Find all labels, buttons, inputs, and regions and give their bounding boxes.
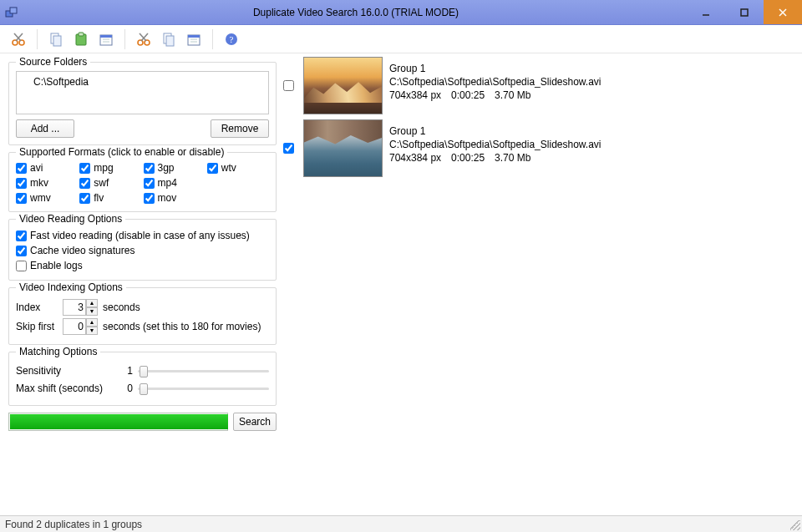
format-label: avi — [30, 162, 43, 174]
result-size: 3.70 Mb — [495, 152, 530, 164]
formats-group: Supported Formats (click to enable or di… — [8, 152, 277, 212]
result-stats: 704x384 px0:00:253.70 Mb — [389, 89, 602, 102]
copy-all-icon[interactable] — [159, 29, 179, 49]
index-unit: seconds — [103, 301, 140, 313]
formats-legend: Supported Formats (click to enable or di… — [16, 146, 227, 158]
format-label: mp4 — [158, 177, 177, 189]
result-dims: 704x384 px — [389, 152, 441, 164]
format-label: wmv — [30, 192, 51, 204]
add-folder-button[interactable]: Add ... — [16, 119, 74, 138]
result-group: Group 1 — [389, 124, 602, 138]
cache-signatures-checkbox[interactable]: Cache video signatures — [16, 243, 269, 258]
format-label: swf — [94, 177, 109, 189]
search-progress — [8, 413, 228, 431]
format-label: mov — [158, 192, 177, 204]
source-folders-list[interactable]: C:\Softpedia — [16, 71, 269, 114]
sensitivity-slider[interactable] — [138, 363, 269, 378]
result-stats: 704x384 px0:00:253.70 Mb — [389, 151, 602, 165]
close-button[interactable] — [764, 0, 802, 24]
search-button[interactable]: Search — [233, 413, 277, 431]
copy-icon[interactable] — [46, 29, 66, 49]
fast-reading-label: Fast video reading (disable in case of a… — [30, 230, 250, 241]
matching-options-group: Matching Options Sensitivity 1 Max shift… — [8, 352, 277, 406]
cut-all-icon[interactable] — [134, 29, 154, 49]
index-value-input[interactable] — [63, 299, 86, 316]
svg-rect-1 — [10, 8, 17, 13]
cache-signatures-label: Cache video signatures — [30, 245, 135, 256]
format-avi-checkbox[interactable]: avi — [16, 161, 78, 175]
format-mkv-checkbox[interactable]: mkv — [16, 176, 78, 190]
format-label: flv — [94, 192, 104, 204]
source-folders-legend: Source Folders — [16, 56, 90, 68]
maxshift-label: Max shift (seconds) — [16, 383, 116, 394]
format-label: mpg — [94, 162, 113, 174]
result-path: C:\Softpedia\Softpedia\Softpedia_Slidesh… — [389, 75, 602, 89]
calendar-icon[interactable] — [96, 29, 116, 49]
resize-grip-icon[interactable] — [790, 520, 800, 530]
source-folders-group: Source Folders C:\Softpedia Add ... Remo… — [8, 62, 277, 145]
result-path: C:\Softpedia\Softpedia\Softpedia_Slidesh… — [389, 138, 602, 151]
result-group: Group 1 — [389, 62, 602, 75]
cut-icon[interactable] — [8, 29, 28, 49]
indexing-legend: Video Indexing Options — [16, 281, 126, 293]
index-spinner[interactable]: ▲▼ — [63, 299, 98, 316]
format-mpg-checkbox[interactable]: mpg — [79, 161, 141, 175]
reading-legend: Video Reading Options — [16, 213, 125, 225]
result-duration: 0:00:25 — [451, 89, 485, 101]
svg-rect-25 — [188, 35, 200, 38]
format-flv-checkbox[interactable]: flv — [79, 191, 141, 205]
enable-logs-label: Enable logs — [30, 260, 83, 271]
result-info: Group 1C:\Softpedia\Softpedia\Softpedia_… — [389, 119, 602, 165]
skip-spinner[interactable]: ▲▼ — [63, 318, 98, 335]
result-row: Group 1C:\Softpedia\Softpedia\Softpedia_… — [283, 119, 797, 177]
sensitivity-label: Sensitivity — [16, 365, 116, 377]
format-mov-checkbox[interactable]: mov — [144, 191, 206, 205]
indexing-options-group: Video Indexing Options Index ▲▼ seconds … — [8, 287, 277, 345]
matching-legend: Matching Options — [16, 346, 100, 357]
enable-logs-checkbox[interactable]: Enable logs — [16, 258, 269, 273]
statusbar: Found 2 duplicates in 1 groups — [0, 515, 802, 532]
format-wmv-checkbox[interactable]: wmv — [16, 191, 78, 205]
format-wtv-checkbox[interactable]: wtv — [207, 161, 269, 175]
maxshift-value: 0 — [116, 383, 133, 394]
index-label: Index — [16, 301, 58, 313]
result-duration: 0:00:25 — [451, 152, 485, 164]
skip-unit: seconds (set this to 180 for movies) — [103, 321, 261, 332]
svg-rect-3 — [741, 9, 748, 16]
format-swf-checkbox[interactable]: swf — [79, 176, 141, 190]
spin-down-icon[interactable]: ▼ — [86, 307, 98, 316]
result-info: Group 1C:\Softpedia\Softpedia\Softpedia_… — [389, 57, 602, 102]
svg-rect-13 — [79, 33, 84, 36]
remove-folder-button[interactable]: Remove — [211, 119, 269, 138]
svg-rect-15 — [100, 35, 112, 38]
result-thumbnail[interactable] — [303, 119, 383, 177]
minimize-button[interactable] — [687, 0, 725, 24]
fast-reading-checkbox[interactable]: Fast video reading (disable in case of a… — [16, 228, 269, 243]
spin-up-icon[interactable]: ▲ — [86, 318, 98, 327]
svg-text:?: ? — [230, 34, 234, 44]
titlebar: Duplicate Video Search 16.0.0 (TRIAL MOD… — [0, 0, 802, 25]
format-label: 3gp — [158, 162, 175, 174]
maximize-button[interactable] — [725, 0, 764, 24]
result-select-checkbox[interactable] — [283, 143, 294, 154]
window-title: Duplicate Video Search 16.0.0 (TRIAL MOD… — [25, 7, 687, 18]
maxshift-slider[interactable] — [138, 381, 269, 396]
toolbar: ? — [0, 25, 802, 53]
result-select-checkbox[interactable] — [283, 80, 294, 91]
skip-label: Skip first — [16, 321, 58, 332]
result-dims: 704x384 px — [389, 89, 441, 101]
help-icon[interactable]: ? — [221, 29, 241, 49]
spin-down-icon[interactable]: ▼ — [86, 327, 98, 335]
sensitivity-value: 1 — [116, 365, 133, 377]
result-thumbnail[interactable] — [303, 57, 383, 114]
format-label: wtv — [221, 162, 236, 174]
calendar-alt-icon[interactable] — [184, 29, 204, 49]
skip-value-input[interactable] — [63, 318, 86, 335]
format-3gp-checkbox[interactable]: 3gp — [144, 161, 206, 175]
spin-up-icon[interactable]: ▲ — [86, 299, 98, 307]
source-folder-item[interactable]: C:\Softpedia — [22, 75, 263, 89]
clipboard-icon[interactable] — [71, 29, 91, 49]
format-mp4-checkbox[interactable]: mp4 — [144, 176, 206, 190]
results-panel: Group 1C:\Softpedia\Softpedia\Softpedia_… — [282, 53, 802, 515]
result-size: 3.70 Mb — [495, 89, 530, 101]
